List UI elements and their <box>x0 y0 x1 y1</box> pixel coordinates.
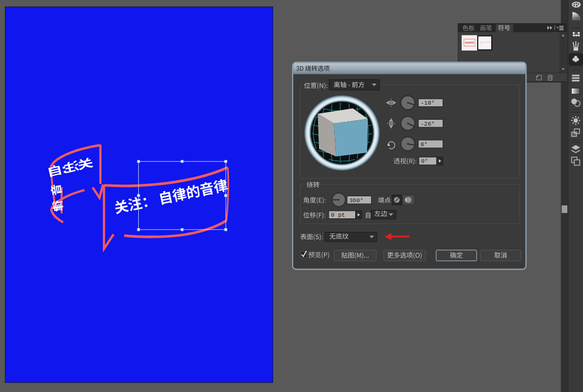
svg-text:8°: 8° <box>421 141 428 148</box>
svg-text:0 pt: 0 pt <box>331 212 345 218</box>
svg-text:-18°: -18° <box>421 100 435 106</box>
svg-text:-26°: -26° <box>421 121 435 127</box>
svg-text:360°: 360° <box>349 197 363 204</box>
svg-text:0°: 0° <box>421 158 428 164</box>
